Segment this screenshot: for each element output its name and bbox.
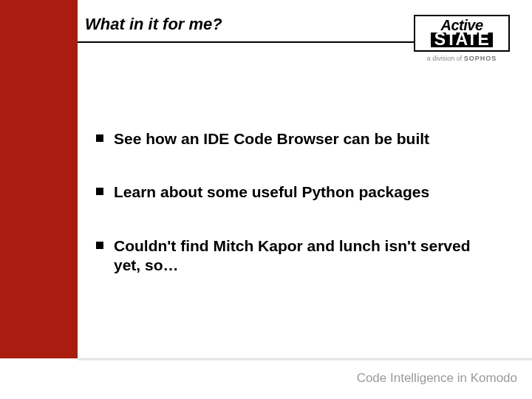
bullet-icon [96,242,103,249]
bullet-icon [96,188,103,195]
list-item: Couldn't find Mitch Kapor and lunch isn'… [96,236,491,276]
list-item: Learn about some useful Python packages [96,183,491,202]
bullet-text: See how an IDE Code Browser can be built [114,129,429,149]
title-underline [78,41,414,43]
activestate-logo: Active STATE [414,15,510,52]
title-area: What in it for me? [85,15,384,34]
bullet-text: Learn about some useful Python packages [114,183,429,202]
logo-subline: a division of SOPHOS [414,55,510,62]
content-area: See how an IDE Code Browser can be built… [96,129,491,309]
footer-text: Code Intelligence in Komodo [357,371,517,386]
bullet-icon [96,134,103,142]
slide: What in it for me? Active STATE a divisi… [0,0,532,399]
logo-subline-brand: SOPHOS [464,55,497,62]
footer-separator [78,358,532,361]
logo-line2: STATE [431,33,493,48]
logo-subline-prefix: a division of [427,55,464,62]
sidebar-accent [0,0,78,358]
list-item: See how an IDE Code Browser can be built [96,129,491,149]
logo-area: Active STATE a division of SOPHOS [414,15,510,62]
slide-title: What in it for me? [85,15,384,34]
bullet-text: Couldn't find Mitch Kapor and lunch isn'… [114,236,491,276]
